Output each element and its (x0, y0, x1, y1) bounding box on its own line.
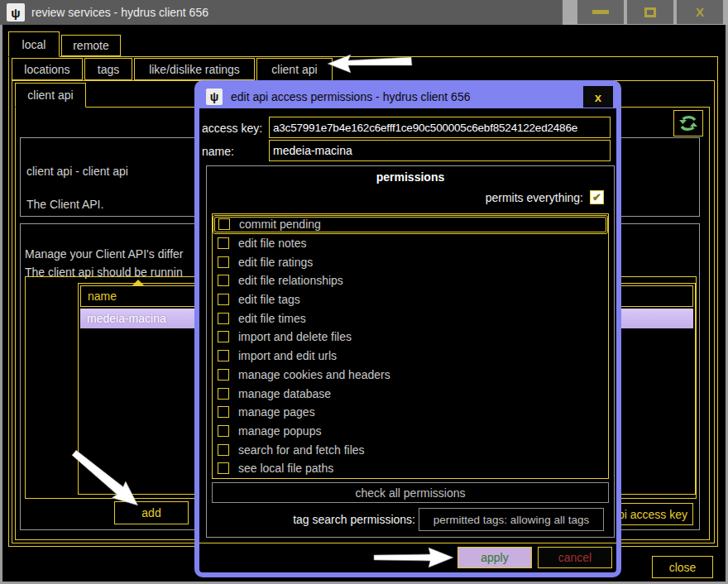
tab-client-api[interactable]: client api (256, 58, 333, 81)
app-psi-icon: ψ (7, 3, 25, 22)
refresh-button[interactable] (673, 110, 703, 136)
sort-ascending-icon[interactable] (132, 280, 144, 285)
permission-item[interactable]: import and delete files (213, 328, 608, 347)
service-info-line2: The Client API. (26, 198, 103, 211)
maximize-button[interactable] (627, 0, 673, 24)
dialog-title: edit api access permissions - hydrus cli… (231, 90, 583, 103)
manage-intro-line1: Manage your Client API's differ (25, 247, 184, 261)
close-window-button[interactable]: X (677, 0, 723, 24)
window-controls: X (563, 0, 728, 25)
window-border-left (0, 25, 2, 582)
name-input[interactable]: medeia-macina (269, 140, 611, 161)
minimize-icon (592, 10, 609, 14)
permission-label: search for and fetch files (238, 443, 365, 457)
permission-item[interactable]: manage pages (213, 403, 608, 422)
refresh-icon (678, 113, 699, 133)
permission-label: edit file ratings (238, 256, 313, 269)
permission-item[interactable]: see local file paths (213, 459, 608, 478)
permission-item[interactable]: manage popups (213, 422, 608, 441)
permission-item[interactable]: edit file notes (213, 234, 608, 253)
permission-item[interactable]: manage cookies and headers (213, 366, 608, 385)
permission-item[interactable]: edit file relationships (213, 271, 608, 290)
checkbox-unchecked-icon[interactable] (218, 218, 230, 230)
checkbox-unchecked-icon[interactable] (218, 350, 229, 361)
permission-item[interactable]: edit file ratings (213, 252, 608, 271)
arrow-pointing-at-apply-button (372, 547, 455, 568)
apply-button[interactable]: apply (457, 547, 532, 568)
dialog-close-button[interactable]: x (583, 86, 613, 108)
permission-item[interactable]: edit file times (213, 309, 608, 328)
permission-item[interactable]: manage database (213, 384, 608, 403)
permission-label: manage popups (238, 424, 321, 438)
permission-label: manage cookies and headers (238, 368, 390, 381)
checkbox-unchecked-icon[interactable] (218, 313, 229, 324)
cancel-button[interactable]: cancel (538, 547, 612, 568)
arrow-pointing-left-at-client-api-tab (326, 52, 414, 75)
tab-local[interactable]: local (8, 31, 60, 57)
tab-tags[interactable]: tags (84, 58, 132, 80)
checkbox-unchecked-icon[interactable] (218, 369, 229, 381)
maximize-icon (644, 7, 656, 17)
permissions-panel: permissions permits everything: commit p… (206, 165, 615, 538)
permission-label: edit file notes (238, 237, 307, 250)
permission-label: manage database (238, 387, 331, 400)
access-key-input[interactable]: a3c57991e7b4e162c6efff1ce90c500005c6ebf8… (269, 117, 611, 138)
edit-api-permissions-dialog: ψ edit api access permissions - hydrus c… (194, 80, 621, 577)
checkbox-unchecked-icon[interactable] (218, 406, 229, 418)
minimize-button[interactable] (577, 0, 624, 24)
close-icon: X (696, 5, 704, 19)
tag-search-permissions-button[interactable]: permitted tags: allowing all tags (419, 508, 604, 531)
permission-label: import and delete files (238, 330, 352, 343)
permission-label: edit file relationships (238, 274, 343, 287)
permission-item[interactable]: import and edit urls (213, 347, 608, 366)
checkbox-unchecked-icon[interactable] (218, 444, 229, 456)
permits-everything-checkbox[interactable] (590, 190, 604, 204)
access-key-label: access key: (202, 122, 262, 135)
tab-like-dislike-ratings[interactable]: like/dislike ratings (134, 58, 255, 80)
review-services-window: ψ review services - hydrus client 656 X … (0, 0, 728, 584)
permission-item[interactable]: edit file tags (213, 290, 608, 309)
checkbox-unchecked-icon[interactable] (218, 425, 229, 437)
dialog-psi-icon: ψ (206, 89, 223, 105)
permission-item[interactable]: search for and fetch files (213, 440, 608, 459)
service-info-line1: client api - client api (26, 165, 128, 178)
tab-locations[interactable]: locations (12, 58, 83, 80)
checkbox-unchecked-icon[interactable] (218, 388, 229, 400)
permits-everything-label: permits everything: (486, 191, 583, 204)
checkbox-unchecked-icon[interactable] (218, 331, 229, 342)
tab-client-api-service[interactable]: client api (15, 83, 86, 108)
checkbox-unchecked-icon[interactable] (218, 275, 229, 286)
permission-label: edit file times (238, 312, 306, 325)
permission-label: commit pending (239, 218, 321, 231)
tab-remote[interactable]: remote (61, 35, 121, 56)
dialog-separator (199, 543, 616, 543)
checkbox-unchecked-icon[interactable] (218, 462, 229, 474)
permissions-list: commit pendingedit file notesedit file r… (212, 213, 609, 479)
permission-label: manage pages (238, 405, 315, 419)
checkbox-unchecked-icon[interactable] (218, 294, 229, 305)
permissions-title: permissions (207, 170, 614, 184)
tag-search-permissions-label: tag search permissions: (256, 513, 415, 526)
permission-label: see local file paths (238, 462, 333, 475)
dialog-title-bar[interactable]: ψ edit api access permissions - hydrus c… (199, 85, 616, 108)
permission-item[interactable]: commit pending (213, 215, 608, 234)
check-all-permissions-button[interactable]: check all permissions (212, 482, 609, 503)
permission-label: edit file tags (238, 293, 300, 306)
window-title: review services - hydrus client 656 (31, 6, 208, 19)
table-column-name[interactable]: name (88, 290, 117, 303)
name-label: name: (202, 145, 234, 158)
checkbox-unchecked-icon[interactable] (218, 237, 229, 249)
permission-label: import and edit urls (238, 349, 337, 362)
checkbox-unchecked-icon[interactable] (218, 256, 229, 268)
close-button[interactable]: close (652, 556, 713, 578)
